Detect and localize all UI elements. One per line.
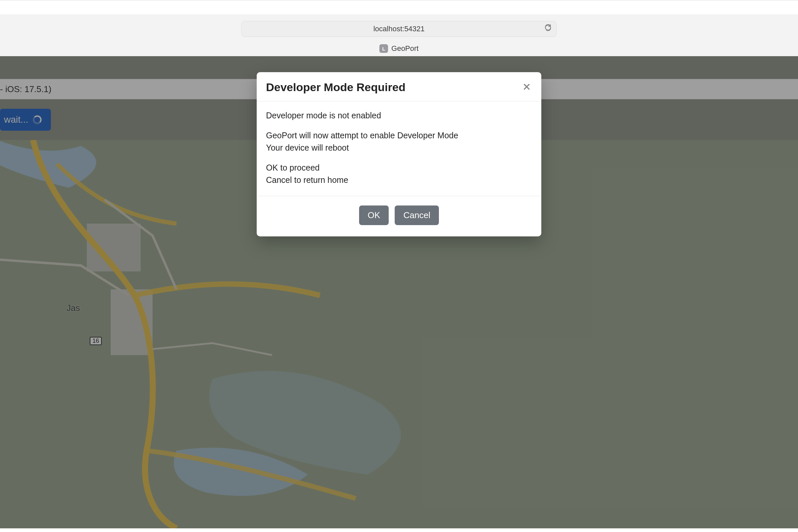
modal-overlay: Developer Mode Required Developer mode i… bbox=[0, 56, 798, 528]
tab-favicon-letter: L bbox=[382, 46, 385, 52]
modal-header: Developer Mode Required bbox=[257, 72, 541, 101]
chrome-blank-strip bbox=[0, 0, 798, 14]
tab-title[interactable]: GeoPort bbox=[391, 44, 419, 53]
modal-title: Developer Mode Required bbox=[266, 81, 405, 94]
modal-line-5: Cancel to return home bbox=[266, 174, 532, 187]
modal-line-3: Your device will reboot bbox=[266, 141, 532, 154]
modal-line-2: GeoPort will now attempt to enable Devel… bbox=[266, 129, 532, 142]
modal-body: Developer mode is not enabled GeoPort wi… bbox=[257, 101, 541, 196]
address-text: localhost:54321 bbox=[374, 25, 424, 33]
modal-line-1: Developer mode is not enabled bbox=[266, 109, 532, 122]
close-icon[interactable] bbox=[521, 81, 532, 94]
cancel-button[interactable]: Cancel bbox=[395, 206, 439, 225]
address-bar-wrap: localhost:54321 bbox=[0, 14, 798, 41]
tab-strip: L GeoPort bbox=[0, 41, 798, 53]
modal-footer: OK Cancel bbox=[257, 196, 541, 236]
browser-chrome: localhost:54321 L GeoPort bbox=[0, 0, 798, 56]
address-bar[interactable]: localhost:54321 bbox=[241, 21, 557, 37]
tab-favicon: L bbox=[379, 44, 388, 53]
reload-icon[interactable] bbox=[544, 24, 552, 34]
modal-line-4: OK to proceed bbox=[266, 162, 532, 174]
ok-button[interactable]: OK bbox=[359, 206, 389, 225]
page-area: - iOS: 17.5.1) wait... Jas 16 bbox=[0, 56, 798, 528]
developer-mode-modal: Developer Mode Required Developer mode i… bbox=[257, 72, 541, 236]
